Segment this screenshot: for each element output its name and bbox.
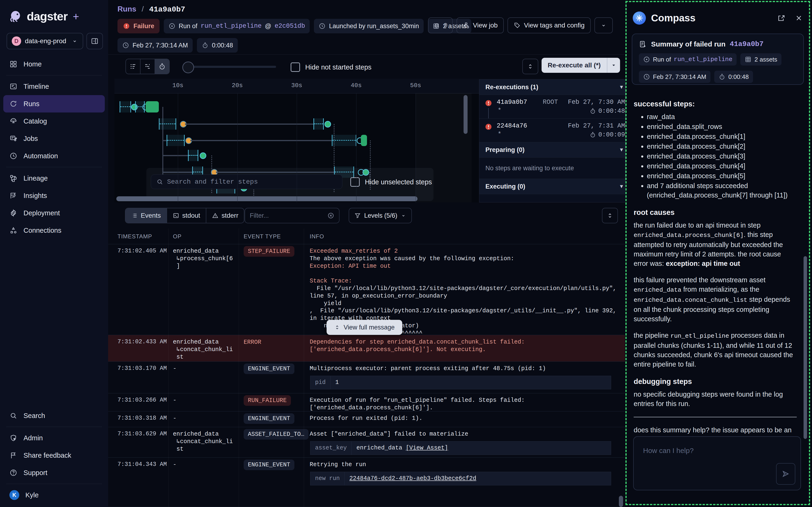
close-icon[interactable] [795,14,803,22]
view-tags-config-button[interactable]: View tags and config [507,17,591,33]
run-root-tag: ROOT [543,99,558,106]
compass-text: run_etl_pipeline [670,333,729,340]
view-job-button[interactable]: View job [456,17,504,33]
preparing-section-header[interactable]: Preparing (0)▼ [479,142,630,157]
compass-scrollbar[interactable] [804,256,807,439]
gantt-horizontal-scrollbar[interactable] [116,196,418,201]
step-search-input[interactable]: Search and filter steps [151,174,342,189]
successful-steps-list: raw_dataenriched_data.split_rowsenriched… [634,112,797,200]
sidebar-item-support[interactable]: Support [3,464,105,482]
tab-events[interactable]: Events [125,208,167,223]
log-metadata-table: pid1 [310,376,611,389]
sidebar-item-connections[interactable]: Connections [3,222,105,239]
sidebar-item-timeline[interactable]: Timeline [3,78,105,95]
sidebar-item-runs[interactable]: Runs [3,95,105,112]
step-marker-teal[interactable] [324,121,331,127]
main-scrollbar[interactable] [619,496,623,507]
step-bar[interactable] [167,135,185,146]
stopwatch-icon [718,73,725,80]
step-bar[interactable] [159,118,176,130]
open-external-icon[interactable] [777,14,786,22]
view-full-message-button[interactable]: View full message [327,320,402,335]
waterfall-view-button[interactable] [141,59,155,74]
reexecutions-section-header[interactable]: Re-executions (1)▼ [479,79,630,95]
hide-not-started-checkbox[interactable] [291,62,300,72]
summary-chip[interactable]: Feb 27, 7:30:14 AM [639,71,710,83]
log-row[interactable]: 7:31:04.343 AM-ENGINE_EVENTRetrying the … [108,458,625,507]
step-bar[interactable] [313,118,324,130]
reexecution-run-row[interactable]: 41a9a0b7ROOTFeb 27, 7:30 AM*0:00:48 [479,95,630,118]
tab-stdout[interactable]: stdout [167,208,206,223]
breadcrumb-runs-link[interactable]: Runs [117,5,136,13]
sidebar-item-share-feedback[interactable]: Share feedback [3,447,105,464]
clear-filter-icon[interactable] [327,212,334,219]
tab-stderr[interactable]: stderr [206,208,244,223]
log-row[interactable]: 7:31:03.170 AM-ENGINE_EVENTMultiprocess … [108,361,625,393]
log-sort-button[interactable] [602,208,618,223]
view-tags-config-label: View tags and config [524,21,585,29]
step-bar[interactable] [188,150,198,161]
send-button[interactable] [776,463,795,485]
compass-text: this failure prevented the downstream as… [634,276,765,284]
workspace-selector[interactable]: D data-eng-prod [7,33,83,49]
hide-unselected-checkbox[interactable] [350,177,360,187]
executing-section-header[interactable]: Executing (0)▼ [479,179,630,194]
reexecute-caret[interactable] [607,58,620,73]
sidebar-item-lineage[interactable]: Lineage [3,170,105,187]
summary-chip[interactable]: 2 assets [740,53,781,65]
metadata-link[interactable]: [View Asset] [406,445,448,451]
chip-text: run_etl_pipeline [674,56,733,63]
sidebar-item-admin[interactable]: Admin [3,429,105,447]
log-row[interactable]: 7:31:03.266 AM-RUN_FAILUREExecution of r… [108,393,625,411]
sidebar-item-label: Deployment [23,209,60,217]
log-event-type: ENGINE_EVENT [243,363,294,374]
summary-chip[interactable]: Run of run_etl_pipeline [639,53,737,65]
step-bar[interactable] [120,101,131,112]
run-tag-chip[interactable]: Launched by run_assets_30min [314,19,424,33]
sidebar-item-home[interactable]: Home [3,55,105,73]
column-header-info: INFO [310,233,324,240]
compass-chat-input[interactable]: How can I help? [633,436,801,490]
metadata-link[interactable]: 22484a76-dcd2-487b-aeb3-db3bece6cf2d [349,475,476,482]
sidebar-item-catalog[interactable]: Catalog [3,112,105,130]
levels-filter-button[interactable]: Levels (5/6) [349,208,412,223]
panel-sort-button[interactable] [522,59,538,74]
alerts-button[interactable]: 0 [428,17,453,33]
run-meta-chip[interactable]: Feb 27, 7:30:14 AM [117,38,193,53]
error-icon [484,99,492,107]
step-bar-success[interactable] [361,135,367,146]
sidebar-item-automation[interactable]: Automation [3,147,105,165]
caret-down-icon [611,62,617,68]
run-tag-chip[interactable]: Run of run_etl_pipeline @ e2c051db [164,19,310,33]
step-bar[interactable] [332,135,357,146]
log-row[interactable]: 7:31:03.629 AMenriched_data ↳concat_chun… [108,427,625,458]
more-actions-button[interactable] [594,17,613,33]
sidebar-collapse-button[interactable] [87,33,103,49]
summary-chip[interactable]: 0:00:48 [714,71,753,83]
successful-step-item: enriched_data.process_chunk[4] [647,161,797,171]
run-meta-chip[interactable]: 0:00:48 [197,38,238,53]
reexecute-all-button[interactable]: Re-execute all (*) [542,58,620,73]
sidebar-item-deployment[interactable]: Deployment [3,204,105,222]
timed-view-button[interactable] [155,59,169,74]
log-row[interactable]: 7:31:03.318 AM-ENGINE_EVENTProcess for r… [108,411,625,427]
zoom-slider-knob[interactable] [182,61,194,73]
sidebar-item-search[interactable]: Search [3,407,105,424]
reexecution-run-row[interactable]: 22484a76Feb 27, 7:31 AM*0:00:09 [479,118,630,142]
timeline-icon [9,82,17,91]
flat-view-button[interactable] [126,59,141,74]
step-bar-success[interactable] [146,101,159,112]
sort-updown-icon [527,63,534,70]
sidebar-item-jobs[interactable]: Jobs [3,130,105,147]
app-logo[interactable]: dagster + [8,9,79,24]
sidebar-item-insights[interactable]: Insights [3,187,105,204]
home-icon [9,60,17,68]
log-filter-input[interactable]: Filter... [245,208,339,223]
step-marker-green[interactable] [200,153,206,159]
run-summary-card[interactable]: Summary of failed run 41a9a0b7 Run of ru… [632,34,804,85]
zoom-slider-track[interactable] [185,66,276,68]
log-row[interactable]: 7:31:02.433 AMenriched_data ↳concat_chun… [108,335,625,361]
log-info-line: line 57, in op_execution_error_boundary [310,292,611,300]
sidebar-item-kyle[interactable]: KKyle [3,486,105,504]
chip-text: 2 assets [754,56,777,63]
